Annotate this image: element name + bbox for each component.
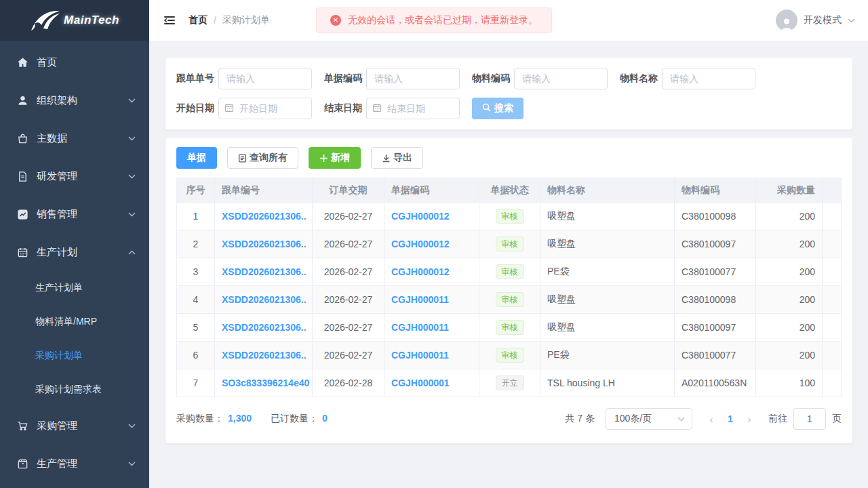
sidebar-item[interactable]: 生产管理 xyxy=(0,445,149,483)
sidebar-subitem[interactable]: 采购计划单 xyxy=(0,339,149,373)
purchase-qty-label: 采购数量： xyxy=(176,413,224,424)
sidebar-item-label: 采购管理 xyxy=(37,420,77,432)
user-menu[interactable]: 开发模式 xyxy=(776,9,855,31)
order-no-link[interactable]: XSDD2026021306.. xyxy=(222,350,307,361)
sidebar-item[interactable]: 生产计划 xyxy=(0,233,149,271)
order-no-link[interactable]: XSDD2026021306.. xyxy=(222,239,307,249)
sidebar-subitem[interactable]: 物料清单/MRP xyxy=(0,305,149,339)
sidebar-item[interactable]: 组织架构 xyxy=(0,81,149,119)
cell-index: 5 xyxy=(177,314,215,342)
cell-qty: 200 xyxy=(756,286,823,314)
text-input[interactable] xyxy=(366,68,460,89)
order-no-link[interactable]: XSDD2026021306.. xyxy=(222,294,307,305)
cell-doc-no: CGJH000011 xyxy=(384,286,479,314)
sidebar-subitem[interactable]: 采购计划需求表 xyxy=(0,373,149,407)
cell-qty: 200 xyxy=(756,230,823,258)
cell-order-no: XSDD2026021306.. xyxy=(215,286,313,314)
cell-order-no: XSDD2026021306.. xyxy=(215,258,313,286)
doc-no-link[interactable]: CGJH000011 xyxy=(391,322,449,333)
page-size-select[interactable]: 100条/页 xyxy=(606,408,692,430)
doc-no-link[interactable]: CGJH000011 xyxy=(391,350,449,361)
cell-qty: 200 xyxy=(756,342,823,369)
date-field: 结束日期 xyxy=(324,98,460,119)
sidebar-item[interactable]: 研发管理 xyxy=(0,157,149,195)
breadcrumb-home[interactable]: 首页 xyxy=(189,14,208,26)
cell-doc-no: CGJH000011 xyxy=(384,314,479,342)
search-field: 跟单单号 xyxy=(176,68,312,89)
order-no-link[interactable]: XSDD2026021306.. xyxy=(222,266,307,277)
sidebar-item-label: 生产计划 xyxy=(37,246,77,259)
doc-no-link[interactable]: CGJH000012 xyxy=(391,266,450,277)
cell-qty: 200 xyxy=(756,203,823,230)
current-page[interactable]: 1 xyxy=(721,413,740,424)
search-icon xyxy=(482,103,491,114)
doc-no-link[interactable]: CGJH000012 xyxy=(391,211,450,222)
cell-status: 审核 xyxy=(479,342,540,369)
goto-page-input[interactable] xyxy=(793,408,826,430)
cell-material-name: 吸塑盘 xyxy=(540,314,675,342)
sidebar-item[interactable]: 主数据 xyxy=(0,119,149,157)
cell-status: 开立 xyxy=(479,369,540,397)
user-icon xyxy=(16,94,28,106)
menu-fold-icon[interactable] xyxy=(161,12,178,28)
search-field: 物料名称 xyxy=(620,68,755,89)
order-no-link[interactable]: XSDD2026021306.. xyxy=(222,211,307,222)
toolbar-button-查询所有[interactable]: 查询所有 xyxy=(227,147,298,169)
field-label: 开始日期 xyxy=(176,102,218,115)
goto-suffix: 页 xyxy=(832,413,842,425)
content: 跟单单号单据编码物料编码物料名称 开始日期结束日期搜索 单据查询所有新增导出 序… xyxy=(149,41,868,488)
field-label: 结束日期 xyxy=(324,102,366,115)
cell-delivery-date: 2026-02-28 xyxy=(313,369,384,397)
doc-no-link[interactable]: CGJH000001 xyxy=(391,378,450,388)
sidebar-item[interactable]: 采购管理 xyxy=(0,407,149,445)
sidebar-menu: 首页组织架构主数据研发管理销售管理生产计划生产计划单物料清单/MRP采购计划单采… xyxy=(0,41,149,483)
prev-page-button[interactable]: ‹ xyxy=(702,409,721,428)
cell-status: 审核 xyxy=(479,314,540,342)
sidebar-item[interactable]: 首页 xyxy=(0,43,149,81)
sidebar-subitem[interactable]: 生产计划单 xyxy=(0,271,149,305)
text-input[interactable] xyxy=(218,68,312,89)
search-field: 单据编码 xyxy=(324,68,460,89)
next-page-button[interactable]: › xyxy=(740,409,759,428)
doc-no-link[interactable]: CGJH000012 xyxy=(391,239,450,249)
field-label: 物料名称 xyxy=(620,73,662,85)
search-row-1: 跟单单号单据编码物料编码物料名称 xyxy=(176,68,842,89)
chevron-down-icon xyxy=(848,18,855,23)
cell-extra xyxy=(823,258,842,286)
cell-material-name: 吸塑盘 xyxy=(540,203,675,230)
cell-qty: 100 xyxy=(756,369,823,397)
topbar: 首页 / 采购计划单 ✕ 无效的会话，或者会话已过期，请重新登录。 开发模式 xyxy=(149,0,868,41)
toolbar: 单据查询所有新增导出 xyxy=(176,147,842,169)
cell-material-code: C380100098 xyxy=(675,286,756,314)
cell-material-code: A0201100563N xyxy=(675,369,756,397)
toolbar-button-导出[interactable]: 导出 xyxy=(371,147,423,169)
cell-material-name: 吸塑盘 xyxy=(540,286,675,314)
total-count: 共 7 条 xyxy=(565,413,595,425)
date-input[interactable] xyxy=(218,98,312,119)
search-button[interactable]: 搜索 xyxy=(472,98,524,119)
cell-index: 2 xyxy=(177,230,215,258)
cell-qty: 200 xyxy=(756,314,823,342)
chart-icon xyxy=(16,208,28,220)
doc-no-link[interactable]: CGJH000011 xyxy=(391,294,449,305)
status-badge: 审核 xyxy=(496,320,524,335)
text-input[interactable] xyxy=(662,68,755,89)
cell-order-no: XSDD2026021306.. xyxy=(215,203,313,230)
order-no-link[interactable]: XSDD2026021306.. xyxy=(222,322,307,333)
column-header: 跟单编号 xyxy=(215,178,313,203)
cell-extra xyxy=(823,342,842,369)
text-input[interactable] xyxy=(514,68,608,89)
column-header: 单据编码 xyxy=(384,178,479,203)
error-icon: ✕ xyxy=(330,15,341,26)
sidebar-item[interactable]: 销售管理 xyxy=(0,195,149,233)
chevron-down-icon xyxy=(128,212,136,217)
toolbar-button-新增[interactable]: 新增 xyxy=(309,147,361,169)
home-icon xyxy=(16,56,28,68)
table-row: 2XSDD2026021306..2026-02-27CGJH000012审核吸… xyxy=(177,230,842,258)
cell-order-no: XSDD2026021306.. xyxy=(215,342,313,369)
toolbar-button-单据[interactable]: 单据 xyxy=(176,147,217,169)
date-input[interactable] xyxy=(366,98,460,119)
purchase-qty-total: 采购数量：1,300 xyxy=(176,413,252,425)
cell-status: 审核 xyxy=(479,203,540,230)
order-no-link[interactable]: SO3c833396214e40 xyxy=(222,378,309,388)
